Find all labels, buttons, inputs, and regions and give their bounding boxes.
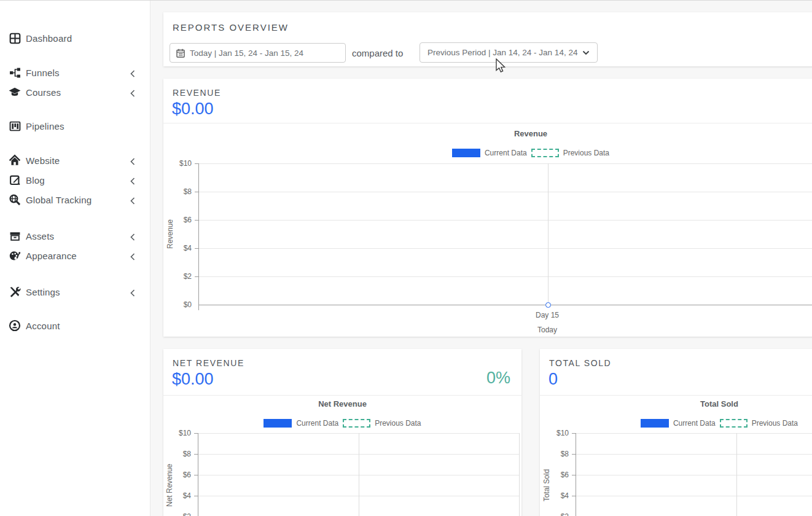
sidebar-item-website[interactable]: Website: [0, 150, 150, 170]
total-sold-plot-area: [576, 433, 812, 516]
tick-label: $4: [184, 243, 192, 253]
tick-label: $8: [561, 449, 569, 459]
pipelines-icon: [9, 120, 21, 132]
chevron-left-icon: [130, 232, 135, 243]
reports-overview-card: REPORTS OVERVIEW Today | Jan 15, 24 - Ja…: [163, 12, 812, 66]
sidebar-item-label: Pipelines: [26, 121, 64, 131]
tick-label: $6: [184, 215, 192, 225]
chevron-left-icon: [130, 288, 135, 299]
tick-label: $8: [184, 187, 192, 197]
total-sold-value: 0: [548, 370, 558, 389]
chevron-left-icon: [130, 69, 135, 80]
y-axis-tick-marks: [195, 163, 199, 305]
y-axis-tick-marks: [572, 433, 576, 516]
dashboard-icon: [9, 32, 21, 44]
legend-swatch-current: [264, 419, 292, 428]
sidebar-item-label: Global Tracking: [26, 195, 92, 205]
x-gridline-day15: [548, 163, 548, 305]
sidebar-item-global-tracking[interactable]: Global Tracking: [0, 190, 150, 209]
divider: [163, 123, 812, 123]
tick-label: $8: [183, 449, 191, 459]
chevron-left-icon: [130, 176, 135, 187]
sidebar-item-dashboard[interactable]: Dashboard: [0, 28, 150, 48]
tick-label: $6: [561, 470, 569, 480]
x-gridline: [359, 433, 359, 516]
sidebar-item-label: Appearance: [26, 251, 77, 261]
legend-label-previous: Previous Data: [375, 419, 421, 428]
chart-legend: Current Data Previous Data: [163, 419, 521, 428]
comparison-period-select[interactable]: Previous Period | Jan 14, 24 - Jan 14, 2…: [420, 42, 598, 63]
app-window: Dashboard Funnels Courses Pipelines: [0, 0, 812, 516]
comparison-period-value: Previous Period | Jan 14, 24 - Jan 14, 2…: [427, 48, 582, 57]
sidebar-item-label: Funnels: [26, 68, 60, 78]
sidebar-item-label: Blog: [26, 175, 45, 186]
legend-swatch-previous: [343, 419, 370, 428]
divider: [163, 395, 521, 396]
legend-label-previous: Previous Data: [752, 419, 798, 428]
legend-swatch-current: [641, 419, 669, 428]
chart-title: Net Revenue: [163, 399, 521, 408]
sidebar-item-assets[interactable]: Assets: [0, 226, 150, 246]
sidebar-item-blog[interactable]: Blog: [0, 170, 150, 190]
net-revenue-value: $0.00: [172, 370, 214, 389]
net-revenue-heading: NET REVENUE: [173, 358, 244, 368]
tick-label: $10: [179, 428, 191, 438]
legend-label-current: Current Data: [485, 149, 527, 157]
revenue-card: REVENUE $0.00 Revenue Current Data Previ…: [163, 79, 812, 337]
tick-label: $10: [179, 158, 192, 168]
sidebar-item-settings[interactable]: Settings: [0, 282, 150, 302]
sidebar-item-pipelines[interactable]: Pipelines: [0, 116, 150, 136]
total-sold-heading: TOTAL SOLD: [549, 358, 611, 368]
account-icon: [9, 319, 21, 332]
revenue-heading: REVENUE: [173, 88, 221, 98]
chart-legend: Current Data Previous Data: [408, 149, 654, 157]
website-icon: [9, 154, 21, 166]
sidebar-item-label: Website: [26, 155, 60, 166]
x-axis-category-label: Day 15: [486, 311, 609, 319]
appearance-icon: [9, 249, 21, 262]
blog-icon: [9, 174, 21, 186]
legend-swatch-previous: [531, 149, 559, 157]
settings-icon: [9, 286, 21, 298]
net-revenue-change-badge: 0%: [486, 369, 510, 388]
calendar-icon: [176, 49, 185, 58]
assets-icon: [9, 230, 21, 242]
chevron-left-icon: [130, 157, 135, 168]
chart-title: Revenue: [408, 129, 654, 138]
tick-label: $4: [561, 491, 569, 501]
y-axis-title: Total Sold: [542, 442, 551, 516]
sidebar-item-appearance[interactable]: Appearance: [0, 246, 150, 265]
legend-swatch-current: [452, 149, 480, 157]
sidebar: Dashboard Funnels Courses Pipelines: [0, 1, 150, 516]
x-axis-origin-tick: [198, 305, 199, 310]
sidebar-item-label: Account: [26, 321, 60, 331]
compared-to-label: compared to: [352, 48, 403, 58]
legend-label-current: Current Data: [296, 419, 338, 428]
chevron-left-icon: [130, 196, 135, 207]
total-sold-card: TOTAL SOLD 0 Total Sold Current Data Pre…: [540, 349, 812, 516]
sidebar-item-account[interactable]: Account: [0, 316, 150, 335]
x-axis-sublabel: Today: [486, 326, 609, 334]
sidebar-item-label: Courses: [26, 87, 61, 98]
tick-label: $6: [183, 470, 191, 480]
revenue-value: $0.00: [172, 100, 214, 119]
sidebar-item-label: Assets: [26, 231, 54, 241]
sidebar-item-label: Settings: [26, 287, 60, 297]
x-gridline: [736, 433, 737, 516]
tick-label: $4: [183, 491, 191, 501]
sidebar-item-funnels[interactable]: Funnels: [0, 63, 150, 82]
legend-swatch-previous: [720, 419, 748, 428]
chevron-left-icon: [130, 252, 135, 263]
sidebar-item-courses[interactable]: Courses: [0, 82, 150, 102]
revenue-plot-area: [198, 163, 812, 305]
page-title: REPORTS OVERVIEW: [173, 22, 289, 33]
courses-icon: [9, 86, 21, 98]
date-range-picker[interactable]: Today | Jan 15, 24 - Jan 15, 24: [170, 43, 346, 63]
tick-label: $0: [184, 300, 192, 310]
net-revenue-card: NET REVENUE $0.00 0% Net Revenue Current…: [163, 349, 521, 516]
tick-label: $2: [183, 512, 191, 516]
legend-label-previous: Previous Data: [563, 149, 609, 157]
y-axis-title: Net Revenue: [165, 442, 174, 516]
funnels-icon: [9, 66, 21, 79]
y-axis-title: Revenue: [166, 191, 174, 277]
